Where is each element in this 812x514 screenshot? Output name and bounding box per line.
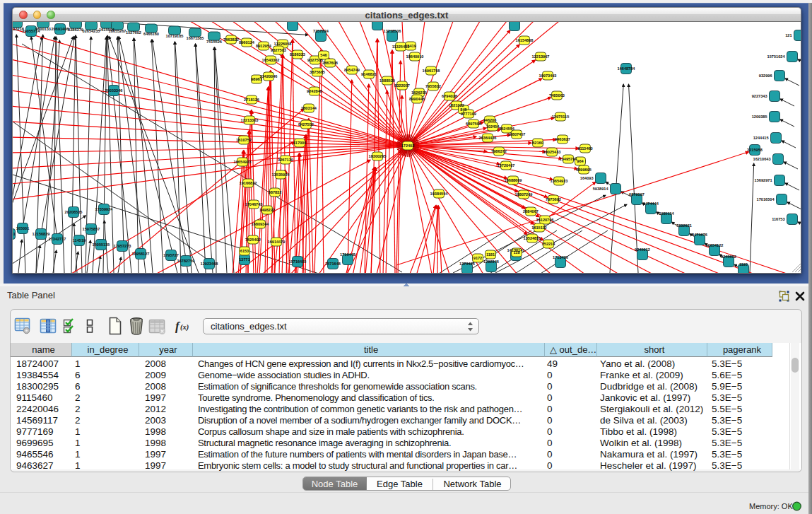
svg-text:2684067: 2684067 xyxy=(523,209,539,214)
svg-text:8912954: 8912954 xyxy=(256,44,272,48)
svg-text:2867608: 2867608 xyxy=(322,61,338,65)
svg-text:16782759: 16782759 xyxy=(177,259,195,263)
svg-text:20691406: 20691406 xyxy=(52,27,69,31)
svg-text:10807457: 10807457 xyxy=(508,132,526,136)
svg-text:12975115: 12975115 xyxy=(552,115,570,119)
svg-text:17016504: 17016504 xyxy=(757,197,775,201)
svg-text:3875685: 3875685 xyxy=(310,70,325,74)
svg-text:16914479: 16914479 xyxy=(268,240,286,244)
svg-text:546: 546 xyxy=(320,53,326,57)
svg-text:9327505: 9327505 xyxy=(307,58,323,62)
svg-text:1571648: 1571648 xyxy=(325,262,341,266)
svg-text:13218506: 13218506 xyxy=(384,29,401,33)
svg-text:946206: 946206 xyxy=(483,118,497,122)
svg-text:1373426: 1373426 xyxy=(459,262,475,266)
svg-text:19654923: 19654923 xyxy=(234,160,252,164)
svg-text:1716448: 1716448 xyxy=(340,252,355,257)
svg-text:16120796: 16120796 xyxy=(536,218,554,222)
svg-text:18640910: 18640910 xyxy=(406,54,424,59)
svg-text:1209385: 1209385 xyxy=(752,115,767,119)
svg-text:13524851: 13524851 xyxy=(524,236,541,240)
svg-text:10654122: 10654122 xyxy=(706,243,724,247)
svg-text:2718126: 2718126 xyxy=(244,98,259,102)
svg-text:15692971: 15692971 xyxy=(755,178,772,182)
svg-text:9600133: 9600133 xyxy=(35,27,51,31)
svg-text:13771: 13771 xyxy=(239,257,250,262)
svg-text:587832: 587832 xyxy=(269,190,282,194)
svg-text:8990448: 8990448 xyxy=(409,97,425,101)
svg-text:15419: 15419 xyxy=(405,44,416,48)
svg-text:252214: 252214 xyxy=(542,242,556,246)
svg-text:13226058: 13226058 xyxy=(274,42,292,46)
svg-text:9242848: 9242848 xyxy=(307,89,322,93)
svg-text:7625402: 7625402 xyxy=(245,238,261,242)
svg-text:8960124: 8960124 xyxy=(239,40,255,45)
svg-text:62160: 62160 xyxy=(532,141,543,145)
svg-text:417004: 417004 xyxy=(293,141,307,145)
svg-text:10973493: 10973493 xyxy=(539,74,557,78)
svg-text:2935114: 2935114 xyxy=(659,211,674,216)
svg-text:9327503: 9327503 xyxy=(271,48,286,52)
svg-text:16648784: 16648784 xyxy=(618,66,636,71)
svg-text:12156829: 12156829 xyxy=(33,232,50,236)
svg-text:12213303: 12213303 xyxy=(241,118,259,122)
svg-text:20364436: 20364436 xyxy=(479,136,497,140)
svg-text:1615112: 1615112 xyxy=(531,226,546,230)
svg-text:6794028: 6794028 xyxy=(442,94,457,98)
svg-text:13535934: 13535934 xyxy=(272,173,290,177)
svg-text:932996: 932996 xyxy=(759,74,772,78)
svg-text:6497508: 6497508 xyxy=(466,122,481,126)
svg-text:5938914: 5938914 xyxy=(593,187,609,191)
svg-text:12213967: 12213967 xyxy=(532,54,550,59)
svg-text:1527602: 1527602 xyxy=(126,30,141,35)
svg-text:9115460: 9115460 xyxy=(577,146,592,151)
svg-text:15751024: 15751024 xyxy=(767,54,786,59)
svg-text:12923468: 12923468 xyxy=(201,262,218,266)
svg-text:9227343: 9227343 xyxy=(752,94,767,98)
svg-text:13495794: 13495794 xyxy=(560,157,578,161)
svg-text:02654235: 02654235 xyxy=(83,29,100,33)
svg-text:10688609: 10688609 xyxy=(505,178,522,182)
svg-text:2803144: 2803144 xyxy=(301,106,317,110)
svg-text:8454749: 8454749 xyxy=(344,68,360,72)
svg-text:13654923: 13654923 xyxy=(551,179,568,183)
svg-text:164093: 164093 xyxy=(580,176,594,180)
svg-text:7663822: 7663822 xyxy=(223,37,239,42)
svg-text:9463627: 9463627 xyxy=(555,137,570,141)
svg-text:10655267: 10655267 xyxy=(109,29,126,33)
svg-text:9172: 9172 xyxy=(473,256,482,260)
svg-text:17342717: 17342717 xyxy=(49,237,66,241)
svg-text:7986372: 7986372 xyxy=(491,149,507,153)
svg-text:6899695: 6899695 xyxy=(576,168,592,172)
svg-text:10025433: 10025433 xyxy=(543,150,561,154)
svg-text:9777109: 9777109 xyxy=(461,112,476,116)
svg-text:20053346: 20053346 xyxy=(105,88,123,93)
svg-text:1795727: 1795727 xyxy=(163,253,179,257)
svg-text:2087682: 2087682 xyxy=(507,22,522,23)
svg-text:6879197: 6879197 xyxy=(629,192,645,197)
svg-text:17359924: 17359924 xyxy=(95,207,114,211)
svg-text:116753: 116753 xyxy=(772,217,784,221)
svg-text:964: 964 xyxy=(577,159,584,163)
svg-text:6466160: 6466160 xyxy=(143,32,159,36)
svg-text:15720407: 15720407 xyxy=(498,163,515,168)
svg-text:7632621: 7632621 xyxy=(676,223,692,228)
svg-text:1244415: 1244415 xyxy=(753,136,769,140)
svg-text:17957273: 17957273 xyxy=(114,244,131,248)
svg-text:10958127: 10958127 xyxy=(132,252,150,256)
svg-text:102454: 102454 xyxy=(486,124,500,129)
svg-text:15055135: 15055135 xyxy=(93,243,110,247)
svg-text:7975692: 7975692 xyxy=(546,197,561,201)
svg-text:1498222: 1498222 xyxy=(259,208,275,212)
svg-text:7485063: 7485063 xyxy=(549,93,565,98)
svg-text:9146821: 9146821 xyxy=(361,72,377,76)
svg-text:16961758: 16961758 xyxy=(423,69,440,73)
svg-text:19384554: 19384554 xyxy=(430,192,449,196)
svg-text:1713426: 1713426 xyxy=(553,255,568,259)
svg-text:114519: 114519 xyxy=(73,238,86,243)
svg-text:8427552: 8427552 xyxy=(298,122,314,127)
svg-text:(x): (x) xyxy=(180,323,189,332)
svg-text:16033809: 16033809 xyxy=(284,22,302,23)
svg-text:1626215: 1626215 xyxy=(411,90,427,95)
svg-text:121: 121 xyxy=(785,33,792,37)
